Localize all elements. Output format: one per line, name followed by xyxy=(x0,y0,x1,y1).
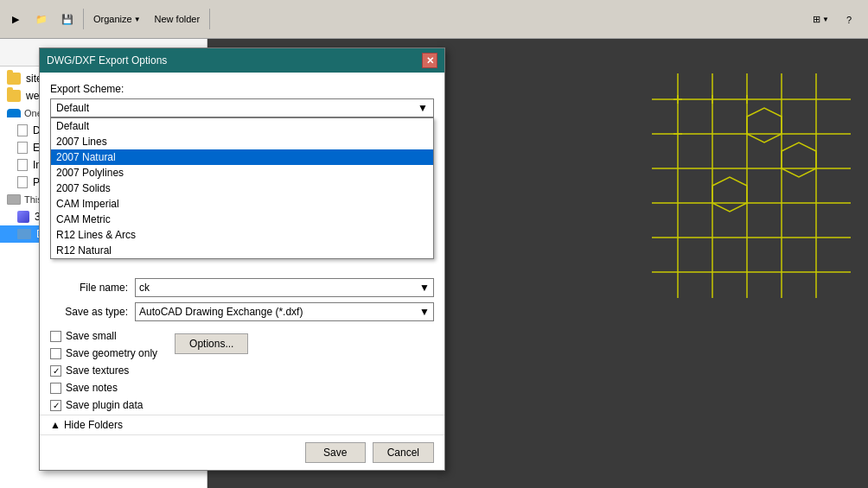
scheme-select-button[interactable]: Default ▼ xyxy=(50,98,434,117)
save-notes-checkbox[interactable] xyxy=(50,383,61,394)
dialog-titlebar: DWG/DXF Export Options ✕ xyxy=(40,48,444,73)
checkbox-column: Save small Save geometry only ✓ Save tex… xyxy=(50,330,157,411)
selected-scheme-value: Default xyxy=(56,102,89,114)
dropdown-item-r12-natural[interactable]: R12 Natural xyxy=(51,243,433,258)
file-name-label: File name: xyxy=(50,282,128,294)
dropdown-arrow-icon: ▼ xyxy=(418,102,428,114)
save-as-type-row: Save as type: AutoCAD Drawing Exchange (… xyxy=(50,302,434,321)
file-name-input-wrapper[interactable]: ck ▼ xyxy=(135,278,434,297)
save-plugin-data-label: Save plugin data xyxy=(66,399,143,411)
save-textures-checkbox[interactable]: ✓ xyxy=(50,365,61,377)
dropdown-item-2007polylines[interactable]: 2007 Polylines xyxy=(51,165,433,181)
toolbar-separator-2 xyxy=(209,9,210,29)
dialog-close-button[interactable]: ✕ xyxy=(422,53,437,68)
view-options-btn[interactable]: ⊞▼ xyxy=(807,8,835,32)
toolbar: ▶ 📁 💾 Organize ▼ New folder ⊞▼ ? xyxy=(0,0,868,39)
dropdown-item-r12-lines[interactable]: R12 Lines & Arcs xyxy=(51,227,433,243)
collapse-icon: ▲ xyxy=(50,419,61,431)
save-as-type-dropdown-icon: ▼ xyxy=(419,306,430,318)
file-name-row: File name: ck ▼ xyxy=(50,278,434,297)
chevron-down-icon: ▼ xyxy=(134,16,141,23)
export-scheme-label: Export Scheme: xyxy=(50,83,434,95)
toolbar-right-area: ⊞▼ ? xyxy=(800,0,868,39)
dropdown-item-cam-metric[interactable]: CAM Metric xyxy=(51,212,433,227)
save-geometry-only-checkbox-row[interactable]: Save geometry only xyxy=(50,347,157,359)
hide-folders-label: Hide Folders xyxy=(64,419,123,431)
save-geometry-only-checkbox[interactable] xyxy=(50,348,61,359)
save-textures-checkbox-row[interactable]: ✓ Save textures xyxy=(50,364,157,377)
options-btn-area: Options... xyxy=(175,330,248,411)
save-button[interactable]: Save xyxy=(305,442,366,463)
save-plugin-data-checkbox[interactable]: ✓ xyxy=(50,400,61,411)
save-small-checkbox[interactable] xyxy=(50,331,61,342)
options-row: Save small Save geometry only ✓ Save tex… xyxy=(40,326,444,415)
save-notes-label: Save notes xyxy=(66,382,118,394)
cancel-button[interactable]: Cancel xyxy=(373,442,434,463)
dropdown-item-2007lines[interactable]: 2007 Lines xyxy=(51,134,433,149)
dialog-body: Export Scheme: Default ▼ Default 2007 Li… xyxy=(40,73,444,131)
new-folder-btn[interactable]: New folder xyxy=(149,7,207,31)
dialog-overlay: DWG/DXF Export Options ✕ Export Scheme: … xyxy=(0,39,868,488)
hide-folders-row[interactable]: ▲ Hide Folders xyxy=(40,415,444,434)
save-plugin-data-checkbox-row[interactable]: ✓ Save plugin data xyxy=(50,399,157,411)
save-small-label: Save small xyxy=(66,330,117,342)
toolbar-separator-1 xyxy=(83,9,84,29)
export-options-dialog: DWG/DXF Export Options ✕ Export Scheme: … xyxy=(39,48,445,471)
save-as-type-value: AutoCAD Drawing Exchange (*.dxf) xyxy=(139,306,303,318)
save-textures-label: Save textures xyxy=(66,364,129,377)
dropdown-item-default[interactable]: Default xyxy=(51,118,433,134)
help-btn[interactable]: ? xyxy=(837,8,861,32)
toolbar-btn-2[interactable]: 📁 xyxy=(29,7,54,31)
dialog-title: DWG/DXF Export Options xyxy=(47,54,167,67)
organize-btn[interactable]: Organize ▼ xyxy=(87,7,147,31)
toolbar-btn-1[interactable]: ▶ xyxy=(3,7,28,31)
scheme-select-container: Default ▼ Default 2007 Lines 2007 Natura… xyxy=(50,98,434,117)
toolbar-btn-3[interactable]: 💾 xyxy=(55,7,80,31)
save-geometry-only-label: Save geometry only xyxy=(66,347,157,359)
dropdown-item-2007natural[interactable]: 2007 Natural xyxy=(51,149,433,165)
dropdown-item-2007solids[interactable]: 2007 Solids xyxy=(51,181,433,196)
file-name-dropdown-icon: ▼ xyxy=(419,282,430,294)
save-small-checkbox-row[interactable]: Save small xyxy=(50,330,157,342)
save-as-type-select[interactable]: AutoCAD Drawing Exchange (*.dxf) ▼ xyxy=(135,302,434,321)
save-as-type-label: Save as type: xyxy=(50,306,128,318)
options-button[interactable]: Options... xyxy=(175,333,248,354)
dialog-footer: Save Cancel xyxy=(40,434,444,470)
dropdown-item-cam-imperial[interactable]: CAM Imperial xyxy=(51,196,433,212)
scheme-dropdown-list: Default 2007 Lines 2007 Natural 2007 Pol… xyxy=(50,117,434,259)
save-notes-checkbox-row[interactable]: Save notes xyxy=(50,382,157,394)
file-name-value: ck xyxy=(139,282,150,294)
